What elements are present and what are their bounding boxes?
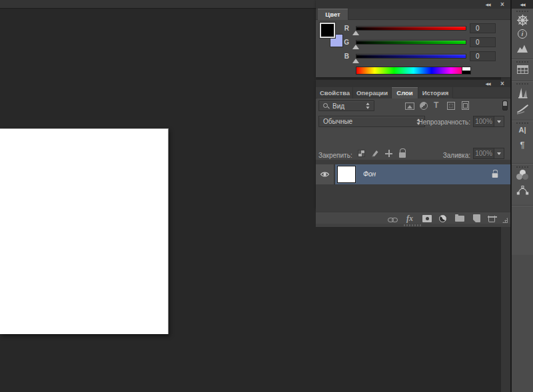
- collapse-to-icons-icon[interactable]: ◀◀: [482, 1, 493, 8]
- layer-thumbnail[interactable]: [337, 166, 356, 183]
- panel-resize-grip[interactable]: [502, 218, 508, 223]
- tab-layers[interactable]: Слои: [392, 87, 418, 98]
- layer-style-fx-icon[interactable]: fx: [406, 214, 413, 222]
- info-icon[interactable]: i: [512, 29, 533, 39]
- channel-r-value[interactable]: 0: [470, 23, 496, 33]
- dock-divider: [512, 81, 533, 81]
- black-swatch[interactable]: [462, 71, 470, 74]
- fill-dropdown-arrow[interactable]: [494, 148, 504, 159]
- layers-panel-body: Вид T Обычные Непрозрачность: 100% Закр: [316, 98, 510, 208]
- layer-visibility-cell[interactable]: [316, 164, 334, 184]
- navigator-icon[interactable]: [512, 14, 533, 27]
- tab-layers-label: Слои: [396, 89, 412, 97]
- foreground-color-swatch[interactable]: [320, 23, 335, 38]
- lock-label: Закрепить:: [318, 152, 352, 159]
- drag-handle-dots-icon: [404, 224, 422, 226]
- close-panel-icon[interactable]: ×: [498, 80, 506, 87]
- lock-transparency-icon[interactable]: [358, 150, 365, 157]
- layer-row-body[interactable]: Фон: [335, 164, 510, 184]
- dock-strip-lower: [512, 255, 533, 392]
- opacity-value[interactable]: 100%: [473, 116, 494, 127]
- panel-dock-strip: ◀◀ i: [510, 0, 533, 392]
- filter-pixel-layers-icon[interactable]: [405, 102, 414, 110]
- channel-r-label: R: [340, 25, 349, 32]
- lock-position-icon[interactable]: [385, 150, 392, 157]
- channel-g-label: G: [340, 39, 349, 46]
- delete-layer-icon[interactable]: [488, 216, 495, 222]
- opacity-label: Непрозрачность:: [400, 118, 470, 126]
- channel-b-slider[interactable]: [356, 54, 466, 59]
- tab-properties[interactable]: Свойства: [317, 87, 353, 98]
- channel-g-value[interactable]: 0: [470, 37, 496, 47]
- channel-b-value[interactable]: 0: [470, 51, 496, 61]
- layer-name: Фон: [363, 170, 376, 178]
- fill-label: Заливка:: [413, 152, 470, 159]
- channel-b-slider-thumb[interactable]: [352, 59, 359, 63]
- layer-filtering-toggle[interactable]: [502, 100, 508, 110]
- layer-row-background[interactable]: Фон: [316, 164, 510, 184]
- layer-filter-kind-value: Вид: [332, 102, 344, 110]
- brush-presets-icon[interactable]: [512, 103, 533, 114]
- opacity-value-text: 100%: [475, 118, 492, 125]
- opacity-dropdown-arrow[interactable]: [494, 116, 504, 127]
- blend-mode-value: Обычные: [323, 118, 352, 125]
- channel-g-value-text: 0: [476, 39, 480, 46]
- color-panel-body: R 0 G 0 B 0: [316, 20, 510, 77]
- dock-group-gripper[interactable]: [516, 83, 528, 85]
- new-adjustment-layer-icon[interactable]: [439, 215, 446, 222]
- character-icon[interactable]: A|: [512, 126, 533, 134]
- layer-filter-kind-dropdown[interactable]: Вид: [318, 100, 374, 111]
- color-tab-bar: Цвет ≡: [316, 9, 510, 20]
- lock-all-icon[interactable]: [399, 148, 406, 158]
- dock-group-gripper[interactable]: [516, 11, 528, 12]
- color-panel-group: ◀◀ × Цвет ≡ R 0 G 0 B: [316, 0, 510, 77]
- dropdown-updown-icon: [366, 102, 370, 109]
- dock-group-gripper[interactable]: [516, 61, 528, 63]
- lock-pixels-brush-icon[interactable]: [371, 148, 380, 158]
- document-canvas[interactable]: [0, 128, 169, 334]
- layer-locked-icon: [492, 170, 498, 178]
- close-panel-icon[interactable]: ×: [498, 1, 506, 8]
- channel-r-slider[interactable]: [356, 26, 466, 31]
- paths-icon[interactable]: [512, 185, 533, 196]
- layers-panel-group: ◀◀ × Свойства Операции Слои История ≡: [316, 80, 510, 208]
- new-group-icon[interactable]: [455, 216, 464, 222]
- dock-divider: [512, 59, 533, 59]
- tab-color[interactable]: Цвет: [318, 9, 348, 20]
- expand-dock-icon[interactable]: ◀◀: [512, 0, 533, 9]
- tab-properties-label: Свойства: [320, 89, 350, 97]
- dock-divider: [512, 120, 533, 120]
- channel-b-value-text: 0: [476, 53, 480, 60]
- brushes-icon[interactable]: [512, 87, 533, 99]
- filter-shape-layers-icon[interactable]: [447, 102, 455, 110]
- channel-g-slider-thumb[interactable]: [352, 45, 359, 49]
- paragraph-icon[interactable]: ¶: [512, 140, 533, 150]
- channels-grid-icon[interactable]: [512, 65, 533, 74]
- collapse-to-icons-icon[interactable]: ◀◀: [482, 80, 493, 87]
- tab-history[interactable]: История: [418, 87, 453, 98]
- panel-drag-bar[interactable]: [316, 224, 510, 227]
- dropdown-arrow-icon: [497, 120, 501, 123]
- layers-tab-bar: Свойства Операции Слои История ≡: [316, 87, 510, 98]
- channel-b-label: B: [340, 53, 349, 60]
- filter-smart-objects-icon[interactable]: [462, 101, 469, 110]
- color-themes-icon[interactable]: [512, 170, 533, 180]
- tab-actions[interactable]: Операции: [353, 87, 392, 98]
- info-glyph: i: [522, 31, 524, 37]
- add-layer-mask-icon[interactable]: [422, 215, 432, 222]
- channel-r-slider-thumb[interactable]: [352, 31, 359, 35]
- dock-divider: [512, 205, 533, 206]
- filter-type-layers-icon[interactable]: T: [434, 101, 438, 109]
- color-spectrum-ramp[interactable]: [356, 67, 471, 75]
- filter-adjustment-layers-icon[interactable]: [420, 102, 428, 110]
- histogram-icon[interactable]: [512, 44, 533, 53]
- fill-value[interactable]: 100%: [473, 148, 494, 159]
- dock-group-gripper[interactable]: [516, 166, 528, 168]
- new-layer-icon[interactable]: [473, 214, 480, 222]
- dock-group-gripper[interactable]: [516, 122, 528, 124]
- link-layers-icon[interactable]: [388, 216, 398, 224]
- fill-value-text: 100%: [475, 150, 492, 157]
- dropdown-arrow-icon: [497, 152, 501, 155]
- channel-g-slider[interactable]: [356, 40, 466, 45]
- photoshop-workspace: ◀◀ × Цвет ≡ R 0 G 0 B: [0, 0, 533, 392]
